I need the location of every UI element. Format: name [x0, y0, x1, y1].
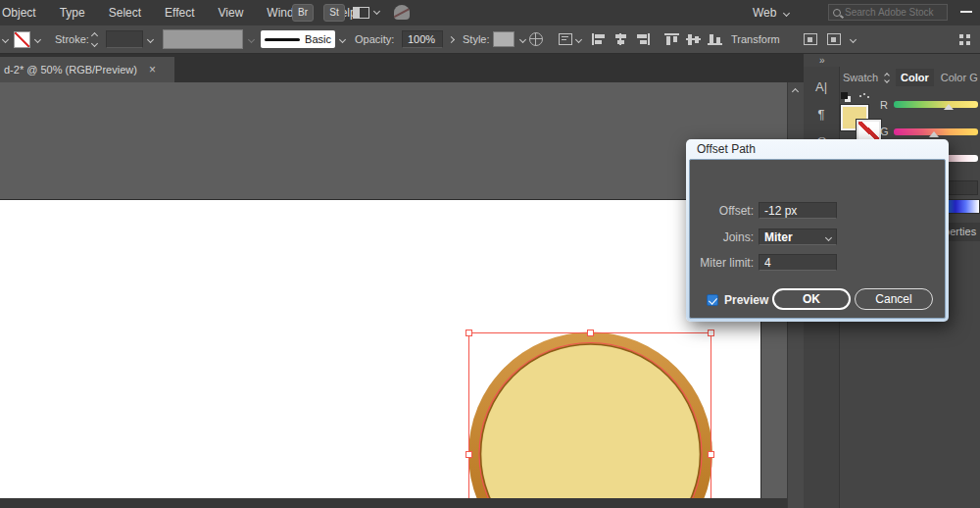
workspace-switcher[interactable]: Web	[753, 0, 789, 25]
brushes-panel-button[interactable]: Br	[292, 4, 314, 22]
opacity-label: Opacity:	[355, 33, 394, 45]
default-colors-icon[interactable]	[841, 92, 851, 102]
control-bar-grid-icon[interactable]	[959, 34, 970, 45]
preview-checkbox[interactable]	[707, 294, 718, 306]
style-chevron-icon[interactable]	[519, 35, 526, 42]
offset-path-dialog: Offset Path Offset: Joins: Miter Miter l…	[686, 139, 949, 322]
offset-input[interactable]	[759, 202, 837, 219]
collapse-panels-icon[interactable]: »	[819, 55, 824, 66]
red-slider-label: R	[880, 99, 888, 111]
illustrator-window: Object Type Select Effect View Window He…	[0, 0, 980, 508]
fill-none-swatch[interactable]	[14, 31, 30, 48]
opacity-chevron-icon[interactable]	[448, 35, 455, 42]
align-horizontal-right-icon[interactable]	[635, 33, 650, 45]
brush-definition[interactable]: Basic	[261, 30, 335, 48]
menu-effect[interactable]: Effect	[165, 6, 208, 20]
preview-label: Preview	[724, 293, 768, 307]
stroke-label: Stroke:	[55, 33, 89, 45]
menubar: Object Type Select Effect View Window He…	[0, 0, 980, 25]
document-tab-bar: d-2* @ 50% (RGB/Preview) ×	[0, 54, 804, 82]
isolate-selection-icon[interactable]	[804, 33, 817, 45]
brush-stroke-preview	[265, 38, 300, 41]
selection-bounding-box	[468, 332, 711, 508]
style-swatch[interactable]	[493, 31, 514, 47]
tab-color[interactable]: Color	[896, 69, 934, 86]
joins-chevron-icon	[825, 233, 832, 240]
ok-button[interactable]: OK	[772, 288, 851, 310]
red-slider-track[interactable]	[894, 101, 978, 108]
joins-value: Miter	[764, 230, 793, 244]
selection-handle[interactable]	[708, 451, 714, 458]
shape-options-chevron-icon[interactable]	[850, 35, 857, 42]
menu-object[interactable]: Object	[2, 6, 50, 20]
selection-handle[interactable]	[587, 330, 594, 336]
paragraph-panel-icon[interactable]: ¶	[804, 107, 839, 122]
document-tab-close-icon[interactable]: ×	[149, 63, 156, 76]
document-setup-chevron-icon[interactable]	[575, 35, 582, 42]
tab-swatches[interactable]: Swatch	[843, 72, 878, 83]
character-panel-icon[interactable]: A|	[804, 79, 839, 94]
touch-workspace-icon	[394, 5, 410, 20]
search-input[interactable]	[845, 7, 938, 18]
brush-name: Basic	[305, 33, 331, 45]
transform-link[interactable]: Transform	[731, 33, 780, 45]
stroke-weight-chevron-icon[interactable]	[147, 35, 154, 42]
selection-handle[interactable]	[466, 451, 472, 458]
variable-width-profile[interactable]	[163, 29, 243, 49]
red-slider-handle[interactable]	[944, 104, 954, 110]
opacity-field[interactable]: 100%	[402, 30, 443, 48]
shape-options-icon[interactable]	[827, 33, 841, 45]
selection-handle[interactable]	[466, 330, 472, 336]
cancel-button[interactable]: Cancel	[855, 288, 933, 310]
document-setup-icon[interactable]	[559, 33, 572, 45]
dialog-body: Offset: Joins: Miter Miter limit: Previe…	[689, 159, 946, 319]
joins-label: Joins:	[690, 230, 754, 244]
tab-color-guide[interactable]: Color G	[941, 72, 978, 83]
miter-limit-input[interactable]	[759, 254, 837, 271]
fill-options-chevron-icon[interactable]	[2, 35, 9, 42]
search-icon	[833, 9, 841, 17]
align-horizontal-left-icon[interactable]	[592, 33, 607, 45]
control-bar: Stroke: Basic Opacity: 100% Style:	[0, 25, 980, 54]
align-vertical-bottom-icon[interactable]	[708, 33, 722, 45]
align-vertical-center-icon[interactable]	[686, 33, 701, 45]
menu-view[interactable]: View	[219, 6, 258, 20]
dialog-title[interactable]: Offset Path	[689, 139, 946, 159]
selection-handle[interactable]	[708, 330, 714, 336]
workspace-label: Web	[753, 6, 776, 20]
stroke-weight-field[interactable]	[106, 30, 143, 48]
color-mode-cycle-icon[interactable]	[858, 92, 870, 102]
document-layout-icon[interactable]	[353, 7, 369, 19]
workspace-chevron-icon	[783, 9, 790, 16]
panel-cycle-icon[interactable]	[885, 74, 889, 82]
canvas-bottom-strip	[0, 498, 787, 508]
scroll-up-icon[interactable]	[792, 88, 799, 95]
joins-select[interactable]: Miter	[759, 229, 837, 245]
style-label: Style:	[463, 33, 490, 45]
panel-tab-row: Swatch Color Color G Align	[843, 67, 980, 88]
menu-select[interactable]: Select	[109, 6, 155, 20]
width-profile-chevron-icon	[248, 35, 255, 42]
graphic-styles-panel-button[interactable]: St	[323, 4, 345, 22]
document-setup-globe-icon[interactable]	[529, 32, 543, 46]
offset-label: Offset:	[690, 204, 754, 218]
green-slider-handle[interactable]	[929, 131, 939, 137]
document-tab-title: d-2* @ 50% (RGB/Preview)	[4, 64, 137, 76]
fill-chevron-icon[interactable]	[34, 35, 41, 42]
stock-search	[828, 4, 948, 21]
align-vertical-top-icon[interactable]	[664, 33, 679, 45]
miter-limit-label: Miter limit:	[690, 256, 754, 270]
document-tab[interactable]: d-2* @ 50% (RGB/Preview) ×	[0, 57, 174, 82]
minimize-icon[interactable]	[960, 11, 972, 13]
canvas-area[interactable]	[0, 82, 787, 508]
green-slider-label: G	[880, 126, 889, 137]
menu-type[interactable]: Type	[60, 6, 99, 20]
align-horizontal-center-icon[interactable]	[613, 33, 628, 45]
brush-chevron-icon[interactable]	[339, 35, 346, 42]
